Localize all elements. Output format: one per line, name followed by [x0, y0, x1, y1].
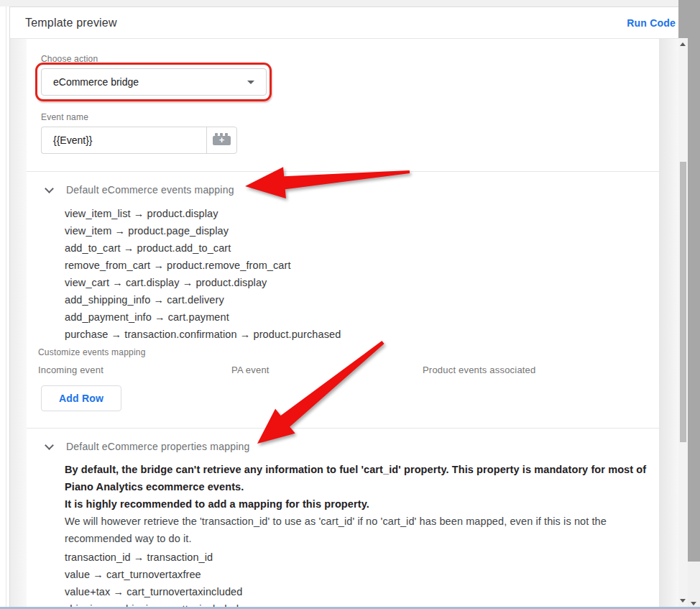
header-divider	[10, 38, 678, 39]
column-product-events: Product events associated	[423, 365, 535, 375]
properties-note-regular: We will however retrieve the 'transactio…	[65, 513, 640, 547]
page-title: Template preview	[25, 17, 117, 29]
mapping-line: purchase → transaction.confirmation → pr…	[65, 326, 341, 343]
properties-note-bold-2: It is highly recommended to add a mappin…	[65, 495, 674, 513]
scroll-up-arrow-icon[interactable]	[680, 42, 686, 46]
left-divider-line	[6, 6, 6, 609]
column-incoming-event: Incoming event	[38, 365, 103, 375]
panel-scrollbar-thumb[interactable]	[680, 162, 686, 442]
collapse-chevron-icon[interactable]	[45, 441, 54, 450]
mapping-line: add_to_cart → product.add_to_cart	[65, 239, 341, 257]
run-code-button[interactable]: Run Code	[627, 17, 676, 29]
add-row-button[interactable]: Add Row	[41, 385, 121, 411]
event-name-input[interactable]	[41, 127, 207, 154]
column-pa-event: PA event	[231, 365, 270, 375]
mapping-line: view_cart → cart.display → product.displ…	[65, 274, 341, 291]
variable-picker-button[interactable]: +	[206, 127, 237, 154]
outer-scrollbar-thumb-top	[678, 0, 700, 38]
mapping-line: add_payment_info → cart.payment	[65, 308, 341, 326]
template-preview-window: Template preview Run Code Choose action …	[0, 0, 700, 609]
variable-brick-icon: +	[213, 136, 231, 145]
scroll-down-arrow-icon[interactable]	[680, 599, 686, 603]
customize-events-label: Customize events mapping	[38, 347, 146, 357]
choose-action-dropdown[interactable]: eCommerce bridge	[41, 68, 267, 96]
mapping-line: value → cart_turnovertaxfree	[65, 566, 242, 583]
events-section-title[interactable]: Default eCommerce events mapping	[66, 184, 234, 196]
chevron-down-icon	[247, 81, 254, 84]
event-name-label: Event name	[41, 112, 88, 122]
section-divider	[27, 171, 659, 172]
collapse-chevron-icon[interactable]	[45, 184, 54, 193]
properties-mapping-list: transaction_id → transaction_idvalue → c…	[65, 549, 242, 609]
scroll-down-arrow-icon[interactable]	[691, 602, 696, 605]
right-scroll-gutter	[659, 39, 678, 608]
panel-top-border	[9, 6, 678, 7]
left-scroll-gutter	[10, 39, 27, 608]
top-strip	[0, 0, 678, 6]
mapping-line: remove_from_cart → product.remove_from_c…	[65, 257, 341, 274]
properties-section-title[interactable]: Default eCommerce properties mapping	[66, 441, 249, 452]
browser-scrollbar-thumb[interactable]	[688, 38, 700, 562]
section-divider	[27, 428, 659, 429]
choose-action-value: eCommerce bridge	[53, 76, 247, 88]
mapping-line: value+tax → cart_turnovertaxincluded	[65, 583, 242, 600]
choose-action-label: Choose action	[41, 54, 98, 64]
events-mapping-list: view_item_list → product.displayview_ite…	[65, 205, 341, 343]
mapping-line: transaction_id → transaction_id	[65, 549, 242, 566]
mapping-line: view_item_list → product.display	[65, 205, 341, 222]
mapping-line: view_item → product.page_display	[65, 222, 341, 239]
mapping-line: add_shipping_info → cart.delivery	[65, 291, 341, 308]
properties-note-bold-1: By default, the bridge can't retrieve an…	[65, 461, 674, 495]
